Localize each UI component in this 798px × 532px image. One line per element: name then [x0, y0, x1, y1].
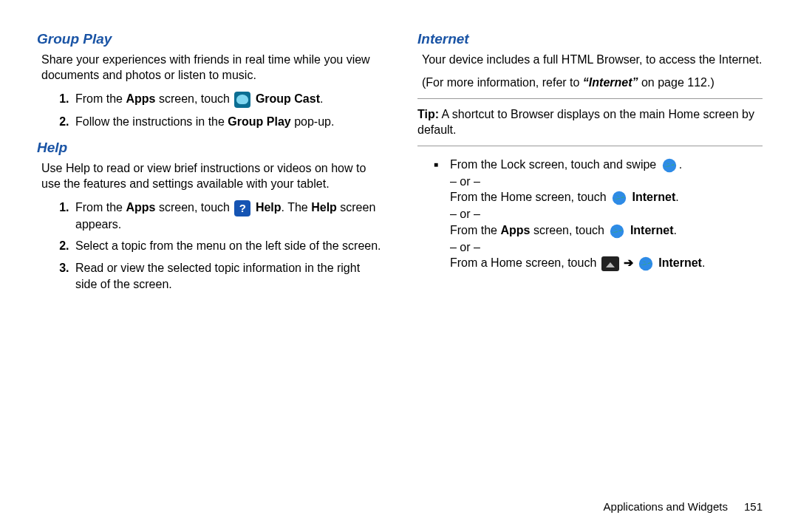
- globe-icon: [609, 223, 625, 239]
- help-step1: From the Apps screen, touch ? Help. The …: [72, 200, 382, 232]
- svg-point-1: [613, 191, 626, 205]
- svg-point-3: [639, 257, 652, 270]
- internet-reference: (For more information, refer to “Interne…: [422, 75, 763, 91]
- help-intro: Use Help to read or view brief instructi…: [41, 160, 382, 192]
- svg-point-2: [610, 224, 624, 237]
- groupplay-step2: Follow the instructions in the Group Pla…: [72, 114, 382, 130]
- internet-intro: Your device includes a full HTML Browser…: [422, 52, 763, 68]
- page-number: 151: [744, 500, 763, 513]
- globe-icon: [661, 157, 678, 174]
- apps-drawer-icon: [601, 256, 619, 271]
- page-footer: Applications and Widgets151: [604, 500, 763, 513]
- help-icon: ?: [234, 200, 250, 216]
- globe-icon: [611, 190, 627, 206]
- groupplay-intro: Share your experiences with friends in r…: [41, 52, 382, 83]
- footer-section: Applications and Widgets: [604, 500, 728, 513]
- help-step2: Select a topic from the menu on the left…: [72, 238, 382, 254]
- svg-point-0: [663, 159, 676, 172]
- internet-bullet: From the Lock screen, touch and swipe . …: [450, 157, 763, 272]
- heading-help: Help: [37, 138, 382, 157]
- help-step3: Read or view the selected topic informat…: [72, 260, 382, 292]
- heading-group-play: Group Play: [37, 30, 382, 49]
- tip-box: Tip: A shortcut to Browser displays on t…: [417, 98, 763, 146]
- arrow-icon: ➔: [624, 256, 633, 269]
- heading-internet: Internet: [417, 30, 763, 49]
- groupcast-icon: [234, 92, 250, 108]
- globe-icon: [638, 256, 654, 272]
- groupplay-step1: From the Apps screen, touch Group Cast.: [72, 91, 382, 108]
